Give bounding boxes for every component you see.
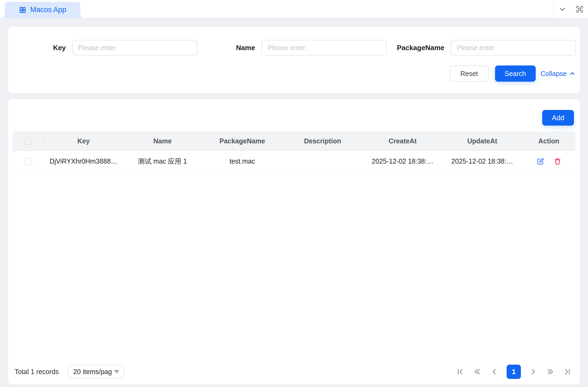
edit-icon[interactable] [536, 157, 544, 165]
total-records-label: Total 1 records [15, 368, 59, 376]
tab-label: Macos App [30, 6, 66, 14]
jump-back-button[interactable] [473, 367, 482, 376]
app-grid-icon [19, 6, 26, 14]
row-select-cell [12, 151, 44, 172]
packagename-input[interactable] [451, 40, 576, 56]
filter-field-key: Key [8, 40, 197, 56]
table-row: DjViRYXhr0Hm3888… 测试 mac 应用 1 test.mac 2… [12, 151, 576, 172]
column-header-updateat: UpdateAt [442, 132, 522, 151]
column-header-action: Action [522, 132, 576, 151]
select-all-checkbox[interactable] [25, 137, 32, 145]
column-header-createat: CreateAt [363, 132, 442, 151]
tab-macos-app[interactable]: Macos App [5, 2, 80, 18]
chevron-down-icon [558, 5, 566, 13]
cell-updateat: 2025-12-02 18:38:… [442, 151, 522, 172]
search-button[interactable]: Search [495, 65, 536, 82]
fullscreen-button[interactable] [571, 0, 588, 18]
tab-bar: Macos App [0, 0, 588, 18]
column-header-packagename: PackageName [202, 132, 282, 151]
key-field-label: Key [53, 44, 66, 52]
name-field-label: Name [236, 44, 255, 52]
tabbar-actions [554, 0, 588, 18]
cell-action [522, 151, 576, 172]
last-page-button[interactable] [563, 367, 572, 376]
first-page-button[interactable] [456, 367, 465, 376]
cell-description [282, 151, 363, 172]
table-card: Add Key Name PackageName Description Cre… [8, 99, 580, 384]
filter-fields: Key Name PackageName [8, 27, 580, 56]
chevron-up-icon [569, 70, 576, 77]
add-button[interactable]: Add [542, 110, 574, 126]
next-page-button[interactable] [529, 367, 538, 376]
name-input[interactable] [262, 40, 387, 56]
filter-actions: Reset Search Collapse [8, 65, 580, 82]
reset-button[interactable]: Reset [450, 65, 488, 82]
prev-page-button[interactable] [490, 367, 499, 376]
tabs-menu-button[interactable] [554, 0, 571, 18]
column-header-key: Key [44, 132, 123, 151]
table-footer: Total 1 records 20 items/pag [12, 364, 576, 379]
pagination: 1 [456, 365, 576, 379]
row-checkbox[interactable] [25, 158, 32, 165]
caret-down-icon [114, 370, 119, 373]
cell-name: 测试 mac 应用 1 [123, 151, 202, 172]
page-size-select[interactable]: 20 items/pag [68, 365, 124, 379]
fullscreen-icon [576, 5, 584, 13]
collapse-link[interactable]: Collapse [541, 70, 576, 78]
column-header-name: Name [123, 132, 202, 151]
page-size-value: 20 items/pag [73, 368, 112, 376]
column-header-description: Description [282, 132, 363, 151]
cell-createat: 2025-12-02 18:38:… [363, 151, 442, 172]
select-all-cell [12, 132, 44, 151]
packagename-field-label: PackageName [397, 44, 444, 52]
table-header-row: Key Name PackageName Description CreateA… [12, 132, 576, 151]
filter-field-name: Name [197, 40, 386, 56]
data-table: Key Name PackageName Description CreateA… [12, 132, 576, 172]
key-input[interactable] [72, 40, 197, 56]
current-page-button[interactable]: 1 [507, 365, 521, 379]
jump-forward-button[interactable] [546, 367, 555, 376]
filter-field-packagename: PackageName [387, 40, 576, 56]
cell-key: DjViRYXhr0Hm3888… [44, 151, 123, 172]
collapse-label: Collapse [541, 70, 567, 78]
delete-icon[interactable] [554, 157, 562, 165]
filter-card: Key Name PackageName Reset Search Collap… [8, 27, 580, 93]
cell-packagename: test.mac [202, 151, 282, 172]
